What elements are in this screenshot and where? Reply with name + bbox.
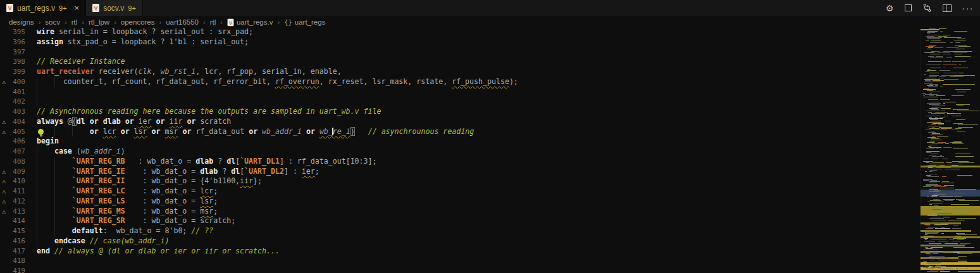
minimap-line <box>957 253 972 254</box>
code-token: always <box>37 117 63 126</box>
code-token: : wb_dat_o = scratch; <box>125 216 236 225</box>
code-text: `UART_REG_MS : wb_dat_o = msr; <box>37 207 218 217</box>
minimap-line <box>958 261 967 262</box>
code-token: or <box>121 127 130 136</box>
code-token: ] : <box>284 167 302 176</box>
breadcrumb-item-rtl[interactable]: rtl <box>71 18 78 26</box>
line-number: 419 <box>0 266 25 273</box>
minimap-line <box>943 102 957 102</box>
code-line[interactable]: ⚠409 `UART_REG_IE : wb_dat_o = dlab ? dl… <box>0 167 920 177</box>
minimap-line <box>930 260 935 260</box>
breadcrumb-item-uart16550[interactable]: uart16550 <box>166 18 199 26</box>
line-number: 407 <box>0 147 25 157</box>
code-editor[interactable]: 395wire serial_in = loopback ? serial_ou… <box>0 28 980 273</box>
code-token: `UART_DL2 <box>244 167 284 176</box>
breadcrumb-separator: › <box>277 18 280 26</box>
line-number: 409 <box>0 167 25 177</box>
code-line[interactable]: 397 <box>0 47 920 58</box>
code-line[interactable]: 414 `UART_REG_SR : wb_dat_o = scratch; <box>0 216 920 226</box>
compare-changes-icon[interactable] <box>922 0 932 16</box>
line-number: 404 <box>0 117 25 127</box>
code-token <box>302 127 306 136</box>
code-token: or <box>249 127 257 136</box>
minimap-line <box>950 42 953 43</box>
code-token: ; <box>315 167 319 176</box>
breadcrumb-item-rtl_lpw[interactable]: rtl_lpw <box>89 18 109 26</box>
line-number: 402 <box>0 97 25 107</box>
line-number: 410 <box>0 176 25 186</box>
code-line[interactable]: ⚠405 or lcr or lsr or msr or rf_data_out… <box>0 127 920 137</box>
code-line[interactable]: 398// Receiver Instance <box>0 57 920 67</box>
minimap-line <box>940 99 950 100</box>
code-line[interactable]: 395wire serial_in = loopback ? serial_ou… <box>0 28 920 37</box>
code-line[interactable]: 396assign stx_pad_o = loopback ? 1'b1 : … <box>0 37 920 47</box>
code-line[interactable]: ⚠404always @(dl or dlab or ier or iir or… <box>0 117 920 127</box>
tab-socv.v[interactable]: Vsocv.v9+ <box>86 0 143 16</box>
code-line[interactable]: 415 default: wb_dat_o = 8'b0; // ?? <box>0 226 920 236</box>
code-line[interactable]: 401 <box>0 87 920 97</box>
minimap-line <box>954 31 967 32</box>
minimap-line <box>938 260 953 260</box>
line-number: 405 <box>0 127 25 137</box>
code-line[interactable]: 419 <box>0 266 920 273</box>
minimap-line <box>931 221 946 221</box>
minimap-line <box>953 226 958 226</box>
split-editor-icon[interactable] <box>943 0 952 16</box>
code-line[interactable]: ⚠413 `UART_REG_MS : wb_dat_o = msr; <box>0 207 920 217</box>
settings-gear-icon[interactable]: ⚙ <box>886 0 894 16</box>
breadcrumb-label: uart16550 <box>166 18 199 26</box>
minimap-line <box>923 97 938 97</box>
breadcrumb-item-uart_regs.v[interactable]: Vuart_regs.v <box>227 18 273 27</box>
code-line[interactable]: 418 <box>0 256 920 266</box>
code-text: `UART_REG_LC : wb_dat_o = lcr; <box>37 186 218 197</box>
tab-uart_regs.v[interactable]: Vuart_regs.v9+× <box>0 0 86 16</box>
line-number: 398 <box>0 57 25 67</box>
code-token: : wb_dat_o = <box>125 186 201 195</box>
code-line[interactable]: 406begin <box>0 136 920 147</box>
code-token: dl <box>226 157 235 166</box>
minimap-line <box>952 61 966 62</box>
breadcrumb-item-uart_regs[interactable]: {}uart_regs <box>284 18 325 26</box>
code-token: , <box>152 67 161 76</box>
minimap-line <box>929 218 944 219</box>
code-line[interactable]: ⚠412 `UART_REG_LS : wb_dat_o = lsr; <box>0 197 920 207</box>
minimap-line <box>955 113 960 114</box>
minimap-line <box>931 159 939 159</box>
code-line[interactable]: 402 <box>0 97 920 107</box>
minimap-line <box>957 92 966 92</box>
line-number: 418 <box>0 256 25 266</box>
code-token: wb_addr_i <box>81 147 121 155</box>
code-token: ] : rf_data_out[10:3]; <box>280 157 377 166</box>
code-text: begin <box>37 136 59 147</box>
code-line[interactable]: 403// Asynchronous reading here because … <box>0 107 920 117</box>
code-token: // ?? <box>191 226 213 235</box>
verilog-file-icon: V <box>92 4 99 12</box>
more-actions-icon[interactable]: ··· <box>962 0 974 16</box>
minimap-line <box>937 136 948 136</box>
close-icon[interactable]: × <box>75 4 80 12</box>
open-preview-icon[interactable] <box>905 0 912 16</box>
minimap-line <box>952 231 961 231</box>
breadcrumb-item-rtl[interactable]: rtl <box>210 18 216 26</box>
code-line[interactable]: ⚠400 counter_t, rf_count, rf_data_out, r… <box>0 77 920 87</box>
code-token: , lcr, rf_pop, serial_in, enable, <box>195 67 341 76</box>
minimap-line <box>943 64 957 64</box>
code-line[interactable]: 399uart_receiver receiver(clk, wb_rst_i,… <box>0 67 920 77</box>
code-line[interactable]: ⚠411 `UART_REG_LC : wb_dat_o = lcr; <box>0 186 920 197</box>
minimap-line <box>945 209 951 210</box>
code-line[interactable]: 416 endcase // case(wb_addr_i) <box>0 236 920 246</box>
code-line[interactable]: 417end // always @ (dl or dlab or ier or… <box>0 246 920 257</box>
minimap-line <box>958 245 967 245</box>
code-line[interactable]: 408 `UART_REG_RB : wb_dat_o = dlab ? dl[… <box>0 157 920 167</box>
minimap-line <box>955 89 971 90</box>
code-token: `UART_REG_II <box>72 176 125 185</box>
minimap-line <box>934 130 946 130</box>
code-token: : wb_dat_o = <box>125 197 201 205</box>
breadcrumb-item-designs[interactable]: designs <box>9 18 34 26</box>
minimap[interactable] <box>920 28 980 273</box>
code-line[interactable]: 407 case (wb_addr_i) <box>0 147 920 157</box>
breadcrumb-item-socv[interactable]: socv <box>45 18 60 26</box>
minimap-line <box>926 237 940 238</box>
code-line[interactable]: ⚠410 `UART_REG_II : wb_dat_o = {4'b1100,… <box>0 176 920 186</box>
breadcrumb-item-opencores[interactable]: opencores <box>121 18 155 26</box>
